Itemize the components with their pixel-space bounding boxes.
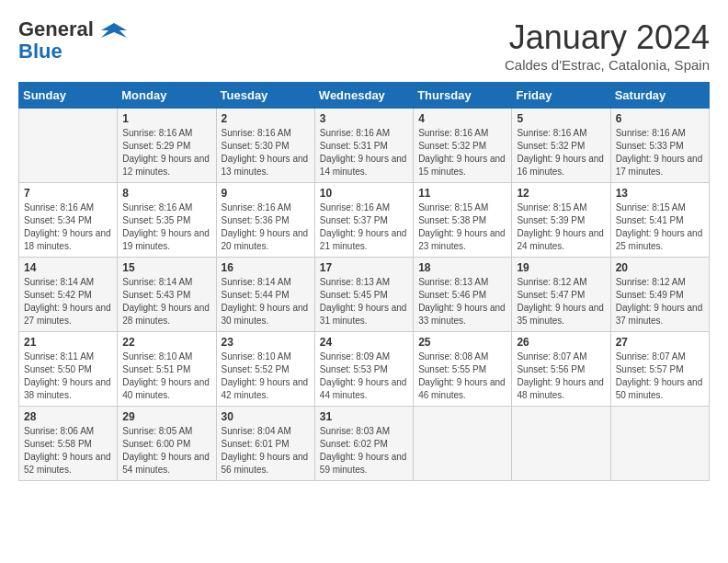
calendar-cell: 16Sunrise: 8:14 AMSunset: 5:44 PMDayligh… [216, 258, 314, 332]
logo-line1: General [18, 17, 94, 40]
day-number: 24 [320, 336, 408, 349]
day-number: 25 [418, 336, 506, 349]
calendar-cell: 13Sunrise: 8:15 AMSunset: 5:41 PMDayligh… [610, 183, 709, 258]
cell-content: Sunrise: 8:08 AMSunset: 5:55 PMDaylight:… [418, 350, 506, 402]
day-number: 18 [418, 261, 506, 274]
cell-content: Sunrise: 8:16 AMSunset: 5:34 PMDaylight:… [24, 201, 112, 253]
day-number: 23 [222, 336, 310, 349]
calendar-cell: 29Sunrise: 8:05 AMSunset: 6:00 PMDayligh… [118, 407, 216, 481]
cell-content: Sunrise: 8:15 AMSunset: 5:39 PMDaylight:… [517, 201, 605, 253]
cell-content: Sunrise: 8:12 AMSunset: 5:49 PMDaylight:… [616, 276, 704, 327]
calendar-cell [19, 109, 118, 183]
calendar-cell: 20Sunrise: 8:12 AMSunset: 5:49 PMDayligh… [610, 258, 709, 332]
cell-content: Sunrise: 8:16 AMSunset: 5:32 PMDaylight:… [418, 127, 506, 178]
cell-content: Sunrise: 8:09 AMSunset: 5:53 PMDaylight:… [320, 350, 408, 402]
calendar-table: SundayMondayTuesdayWednesdayThursdayFrid… [18, 82, 710, 481]
cell-content: Sunrise: 8:10 AMSunset: 5:51 PMDaylight:… [122, 350, 210, 402]
day-number: 13 [616, 187, 704, 200]
cell-content: Sunrise: 8:13 AMSunset: 5:46 PMDaylight:… [418, 276, 506, 327]
calendar-cell: 19Sunrise: 8:12 AMSunset: 5:47 PMDayligh… [512, 258, 610, 332]
calendar-cell: 15Sunrise: 8:14 AMSunset: 5:43 PMDayligh… [118, 258, 216, 332]
calendar-cell: 9Sunrise: 8:16 AMSunset: 5:36 PMDaylight… [216, 183, 314, 258]
calendar-cell [512, 407, 610, 481]
cell-content: Sunrise: 8:13 AMSunset: 5:45 PMDaylight:… [320, 276, 408, 327]
calendar-cell: 11Sunrise: 8:15 AMSunset: 5:38 PMDayligh… [414, 183, 512, 258]
cell-content: Sunrise: 8:16 AMSunset: 5:37 PMDaylight:… [320, 201, 408, 253]
calendar-cell: 22Sunrise: 8:10 AMSunset: 5:51 PMDayligh… [118, 332, 216, 407]
cell-content: Sunrise: 8:12 AMSunset: 5:47 PMDaylight:… [517, 276, 605, 327]
calendar-cell: 18Sunrise: 8:13 AMSunset: 5:46 PMDayligh… [414, 258, 512, 332]
calendar-cell: 27Sunrise: 8:07 AMSunset: 5:57 PMDayligh… [610, 332, 709, 407]
weekday-header-tuesday: Tuesday [216, 83, 314, 109]
day-number: 15 [122, 261, 210, 274]
calendar-cell: 30Sunrise: 8:04 AMSunset: 6:01 PMDayligh… [216, 407, 314, 481]
month-title: January 2024 [505, 18, 710, 57]
logo-line2: Blue [18, 40, 127, 63]
cell-content: Sunrise: 8:14 AMSunset: 5:44 PMDaylight:… [222, 276, 310, 327]
calendar-cell [610, 407, 709, 481]
calendar-body: 1Sunrise: 8:16 AMSunset: 5:29 PMDaylight… [19, 109, 710, 481]
day-number: 28 [24, 410, 112, 423]
day-number: 16 [222, 261, 310, 274]
calendar-cell: 25Sunrise: 8:08 AMSunset: 5:55 PMDayligh… [414, 332, 512, 407]
calendar-week-3: 14Sunrise: 8:14 AMSunset: 5:42 PMDayligh… [19, 258, 710, 332]
weekday-header-monday: Monday [118, 83, 216, 109]
cell-content: Sunrise: 8:07 AMSunset: 5:57 PMDaylight:… [616, 350, 704, 402]
cell-content: Sunrise: 8:03 AMSunset: 6:02 PMDaylight:… [320, 425, 408, 477]
calendar-cell: 8Sunrise: 8:16 AMSunset: 5:35 PMDaylight… [118, 183, 216, 258]
day-number: 7 [24, 187, 112, 200]
day-number: 26 [517, 336, 605, 349]
cell-content: Sunrise: 8:16 AMSunset: 5:30 PMDaylight:… [222, 127, 310, 178]
day-number: 12 [517, 187, 605, 200]
day-number: 3 [320, 112, 408, 125]
calendar-cell: 12Sunrise: 8:15 AMSunset: 5:39 PMDayligh… [512, 183, 610, 258]
cell-content: Sunrise: 8:15 AMSunset: 5:38 PMDaylight:… [418, 201, 506, 253]
cell-content: Sunrise: 8:16 AMSunset: 5:31 PMDaylight:… [320, 127, 408, 178]
calendar-cell: 14Sunrise: 8:14 AMSunset: 5:42 PMDayligh… [19, 258, 118, 332]
cell-content: Sunrise: 8:16 AMSunset: 5:36 PMDaylight:… [222, 201, 310, 253]
day-number: 20 [616, 261, 704, 274]
calendar-cell: 1Sunrise: 8:16 AMSunset: 5:29 PMDaylight… [118, 109, 216, 183]
cell-content: Sunrise: 8:05 AMSunset: 6:00 PMDaylight:… [122, 425, 210, 477]
calendar-cell: 24Sunrise: 8:09 AMSunset: 5:53 PMDayligh… [314, 332, 413, 407]
cell-content: Sunrise: 8:14 AMSunset: 5:42 PMDaylight:… [24, 276, 112, 327]
day-number: 30 [222, 410, 310, 423]
calendar-week-4: 21Sunrise: 8:11 AMSunset: 5:50 PMDayligh… [19, 332, 710, 407]
day-number: 17 [320, 261, 408, 274]
cell-content: Sunrise: 8:06 AMSunset: 5:58 PMDaylight:… [24, 425, 112, 477]
weekday-header-sunday: Sunday [19, 83, 118, 109]
calendar-cell: 31Sunrise: 8:03 AMSunset: 6:02 PMDayligh… [314, 407, 413, 481]
calendar-cell: 26Sunrise: 8:07 AMSunset: 5:56 PMDayligh… [512, 332, 610, 407]
day-number: 11 [418, 187, 506, 200]
calendar-cell [414, 407, 512, 481]
day-number: 27 [616, 336, 704, 349]
calendar-cell: 23Sunrise: 8:10 AMSunset: 5:52 PMDayligh… [216, 332, 314, 407]
cell-content: Sunrise: 8:15 AMSunset: 5:41 PMDaylight:… [616, 201, 704, 253]
page-header: General Blue January 2024 Caldes d'Estra… [18, 18, 710, 73]
calendar-week-2: 7Sunrise: 8:16 AMSunset: 5:34 PMDaylight… [19, 183, 710, 258]
logo: General Blue [18, 18, 127, 63]
cell-content: Sunrise: 8:16 AMSunset: 5:33 PMDaylight:… [616, 127, 704, 178]
location: Caldes d'Estrac, Catalonia, Spain [505, 57, 710, 73]
calendar-cell: 5Sunrise: 8:16 AMSunset: 5:32 PMDaylight… [512, 109, 610, 183]
calendar-cell: 3Sunrise: 8:16 AMSunset: 5:31 PMDaylight… [314, 109, 413, 183]
calendar-cell: 21Sunrise: 8:11 AMSunset: 5:50 PMDayligh… [19, 332, 118, 407]
calendar-cell: 4Sunrise: 8:16 AMSunset: 5:32 PMDaylight… [414, 109, 512, 183]
cell-content: Sunrise: 8:16 AMSunset: 5:32 PMDaylight:… [517, 127, 605, 178]
day-number: 8 [122, 187, 210, 200]
cell-content: Sunrise: 8:11 AMSunset: 5:50 PMDaylight:… [24, 350, 112, 402]
calendar-cell: 28Sunrise: 8:06 AMSunset: 5:58 PMDayligh… [19, 407, 118, 481]
calendar-cell: 10Sunrise: 8:16 AMSunset: 5:37 PMDayligh… [314, 183, 413, 258]
day-number: 5 [517, 112, 605, 125]
cell-content: Sunrise: 8:10 AMSunset: 5:52 PMDaylight:… [222, 350, 310, 402]
cell-content: Sunrise: 8:16 AMSunset: 5:35 PMDaylight:… [122, 201, 210, 253]
day-number: 6 [616, 112, 704, 125]
cell-content: Sunrise: 8:14 AMSunset: 5:43 PMDaylight:… [122, 276, 210, 327]
day-number: 19 [517, 261, 605, 274]
day-number: 1 [122, 112, 210, 125]
weekday-header-friday: Friday [512, 83, 610, 109]
calendar-cell: 7Sunrise: 8:16 AMSunset: 5:34 PMDaylight… [19, 183, 118, 258]
calendar-cell: 6Sunrise: 8:16 AMSunset: 5:33 PMDaylight… [610, 109, 709, 183]
calendar-week-5: 28Sunrise: 8:06 AMSunset: 5:58 PMDayligh… [19, 407, 710, 481]
cell-content: Sunrise: 8:07 AMSunset: 5:56 PMDaylight:… [517, 350, 605, 402]
